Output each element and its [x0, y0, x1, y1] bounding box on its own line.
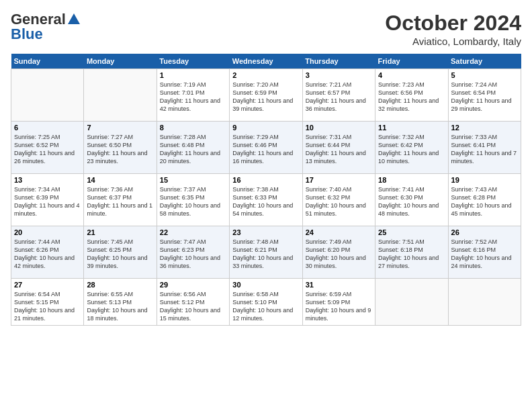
- day-detail: Sunrise: 7:27 AMSunset: 6:50 PMDaylight:…: [87, 134, 147, 165]
- col-wednesday: Wednesday: [230, 54, 302, 69]
- day-number: 8: [160, 124, 226, 132]
- day-number: 6: [14, 124, 81, 132]
- day-detail: Sunrise: 7:45 AMSunset: 6:25 PMDaylight:…: [87, 238, 147, 269]
- day-number: 18: [378, 176, 445, 184]
- table-row: [375, 279, 448, 326]
- day-detail: Sunrise: 7:43 AMSunset: 6:28 PMDaylight:…: [451, 186, 512, 217]
- day-detail: Sunrise: 7:38 AMSunset: 6:33 PMDaylight:…: [232, 186, 293, 217]
- day-number: 5: [451, 71, 518, 79]
- table-row: 22Sunrise: 7:47 AMSunset: 6:23 PMDayligh…: [157, 226, 229, 279]
- table-row: 29Sunrise: 6:56 AMSunset: 5:12 PMDayligh…: [157, 279, 229, 326]
- logo-icon: [66, 12, 81, 27]
- day-detail: Sunrise: 7:40 AMSunset: 6:32 PMDaylight:…: [306, 186, 366, 217]
- day-number: 23: [232, 228, 299, 236]
- day-number: 20: [14, 228, 81, 236]
- table-row: 19Sunrise: 7:43 AMSunset: 6:28 PMDayligh…: [448, 174, 521, 226]
- calendar-row: 1Sunrise: 7:19 AMSunset: 7:01 PMDaylight…: [11, 69, 521, 122]
- day-detail: Sunrise: 7:49 AMSunset: 6:20 PMDaylight:…: [306, 238, 366, 269]
- day-number: 1: [160, 71, 226, 79]
- day-number: 19: [451, 176, 518, 184]
- calendar-row: 27Sunrise: 6:54 AMSunset: 5:15 PMDayligh…: [11, 279, 521, 326]
- day-number: 29: [160, 281, 226, 289]
- day-number: 11: [378, 124, 445, 132]
- table-row: 15Sunrise: 7:37 AMSunset: 6:35 PMDayligh…: [157, 174, 229, 226]
- day-number: 10: [306, 124, 372, 132]
- table-row: 18Sunrise: 7:41 AMSunset: 6:30 PMDayligh…: [375, 174, 448, 226]
- header-row: Sunday Monday Tuesday Wednesday Thursday…: [11, 54, 521, 69]
- day-number: 16: [232, 176, 299, 184]
- day-number: 24: [306, 228, 372, 236]
- day-number: 21: [87, 228, 153, 236]
- col-saturday: Saturday: [448, 54, 521, 69]
- table-row: 24Sunrise: 7:49 AMSunset: 6:20 PMDayligh…: [302, 226, 375, 279]
- table-row: 14Sunrise: 7:36 AMSunset: 6:37 PMDayligh…: [84, 174, 157, 226]
- day-detail: Sunrise: 7:24 AMSunset: 6:54 PMDaylight:…: [451, 81, 512, 112]
- day-detail: Sunrise: 7:32 AMSunset: 6:42 PMDaylight:…: [378, 134, 439, 165]
- day-detail: Sunrise: 7:23 AMSunset: 6:56 PMDaylight:…: [378, 81, 439, 112]
- svg-marker-0: [68, 13, 80, 24]
- calendar-row: 20Sunrise: 7:44 AMSunset: 6:26 PMDayligh…: [11, 226, 521, 279]
- day-detail: Sunrise: 6:59 AMSunset: 5:09 PMDaylight:…: [306, 291, 371, 322]
- day-detail: Sunrise: 6:56 AMSunset: 5:12 PMDaylight:…: [160, 291, 220, 322]
- day-number: 30: [232, 281, 299, 289]
- table-row: 6Sunrise: 7:25 AMSunset: 6:52 PMDaylight…: [11, 122, 84, 174]
- col-tuesday: Tuesday: [157, 54, 229, 69]
- month-title: October 2024: [385, 11, 521, 36]
- day-number: 3: [306, 71, 372, 79]
- table-row: [84, 69, 157, 122]
- table-row: 10Sunrise: 7:31 AMSunset: 6:44 PMDayligh…: [302, 122, 375, 174]
- day-detail: Sunrise: 6:55 AMSunset: 5:13 PMDaylight:…: [87, 291, 147, 322]
- table-row: 7Sunrise: 7:27 AMSunset: 6:50 PMDaylight…: [84, 122, 157, 174]
- header: General Blue October 2024 Aviatico, Lomb…: [11, 11, 521, 47]
- table-row: 21Sunrise: 7:45 AMSunset: 6:25 PMDayligh…: [84, 226, 157, 279]
- day-detail: Sunrise: 7:47 AMSunset: 6:23 PMDaylight:…: [160, 238, 220, 269]
- table-row: 30Sunrise: 6:58 AMSunset: 5:10 PMDayligh…: [230, 279, 302, 326]
- table-row: [11, 69, 84, 122]
- day-number: 12: [451, 124, 518, 132]
- calendar-row: 13Sunrise: 7:34 AMSunset: 6:39 PMDayligh…: [11, 174, 521, 226]
- day-detail: Sunrise: 7:25 AMSunset: 6:52 PMDaylight:…: [14, 134, 75, 165]
- calendar-row: 6Sunrise: 7:25 AMSunset: 6:52 PMDaylight…: [11, 122, 521, 174]
- table-row: 4Sunrise: 7:23 AMSunset: 6:56 PMDaylight…: [375, 69, 448, 122]
- day-detail: Sunrise: 7:19 AMSunset: 7:01 PMDaylight:…: [160, 81, 220, 112]
- table-row: 2Sunrise: 7:20 AMSunset: 6:59 PMDaylight…: [230, 69, 302, 122]
- day-detail: Sunrise: 7:21 AMSunset: 6:57 PMDaylight:…: [306, 81, 366, 112]
- day-detail: Sunrise: 7:28 AMSunset: 6:48 PMDaylight:…: [160, 134, 220, 165]
- logo: General Blue: [11, 11, 82, 43]
- calendar-table: Sunday Monday Tuesday Wednesday Thursday…: [11, 54, 521, 326]
- day-number: 4: [378, 71, 445, 79]
- table-row: 26Sunrise: 7:52 AMSunset: 6:16 PMDayligh…: [448, 226, 521, 279]
- day-detail: Sunrise: 7:52 AMSunset: 6:16 PMDaylight:…: [451, 238, 512, 269]
- col-thursday: Thursday: [302, 54, 375, 69]
- table-row: 25Sunrise: 7:51 AMSunset: 6:18 PMDayligh…: [375, 226, 448, 279]
- day-detail: Sunrise: 7:36 AMSunset: 6:37 PMDaylight:…: [87, 186, 152, 217]
- table-row: 17Sunrise: 7:40 AMSunset: 6:32 PMDayligh…: [302, 174, 375, 226]
- location: Aviatico, Lombardy, Italy: [385, 36, 521, 47]
- day-detail: Sunrise: 7:41 AMSunset: 6:30 PMDaylight:…: [378, 186, 439, 217]
- day-detail: Sunrise: 7:48 AMSunset: 6:21 PMDaylight:…: [232, 238, 293, 269]
- day-number: 31: [306, 281, 372, 289]
- table-row: 16Sunrise: 7:38 AMSunset: 6:33 PMDayligh…: [230, 174, 302, 226]
- table-row: 3Sunrise: 7:21 AMSunset: 6:57 PMDaylight…: [302, 69, 375, 122]
- table-row: [448, 279, 521, 326]
- title-block: October 2024 Aviatico, Lombardy, Italy: [385, 11, 521, 47]
- day-number: 9: [232, 124, 299, 132]
- table-row: 28Sunrise: 6:55 AMSunset: 5:13 PMDayligh…: [84, 279, 157, 326]
- table-row: 13Sunrise: 7:34 AMSunset: 6:39 PMDayligh…: [11, 174, 84, 226]
- day-number: 2: [232, 71, 299, 79]
- table-row: 11Sunrise: 7:32 AMSunset: 6:42 PMDayligh…: [375, 122, 448, 174]
- day-detail: Sunrise: 7:44 AMSunset: 6:26 PMDaylight:…: [14, 238, 75, 269]
- day-detail: Sunrise: 7:34 AMSunset: 6:39 PMDaylight:…: [14, 186, 80, 217]
- day-detail: Sunrise: 7:31 AMSunset: 6:44 PMDaylight:…: [306, 134, 366, 165]
- table-row: 23Sunrise: 7:48 AMSunset: 6:21 PMDayligh…: [230, 226, 302, 279]
- day-number: 26: [451, 228, 518, 236]
- table-row: 1Sunrise: 7:19 AMSunset: 7:01 PMDaylight…: [157, 69, 229, 122]
- logo-blue: Blue: [11, 26, 43, 43]
- day-number: 25: [378, 228, 445, 236]
- day-detail: Sunrise: 7:33 AMSunset: 6:41 PMDaylight:…: [451, 134, 517, 165]
- day-number: 17: [306, 176, 372, 184]
- col-friday: Friday: [375, 54, 448, 69]
- table-row: 5Sunrise: 7:24 AMSunset: 6:54 PMDaylight…: [448, 69, 521, 122]
- day-detail: Sunrise: 6:58 AMSunset: 5:10 PMDaylight:…: [232, 291, 293, 322]
- table-row: 27Sunrise: 6:54 AMSunset: 5:15 PMDayligh…: [11, 279, 84, 326]
